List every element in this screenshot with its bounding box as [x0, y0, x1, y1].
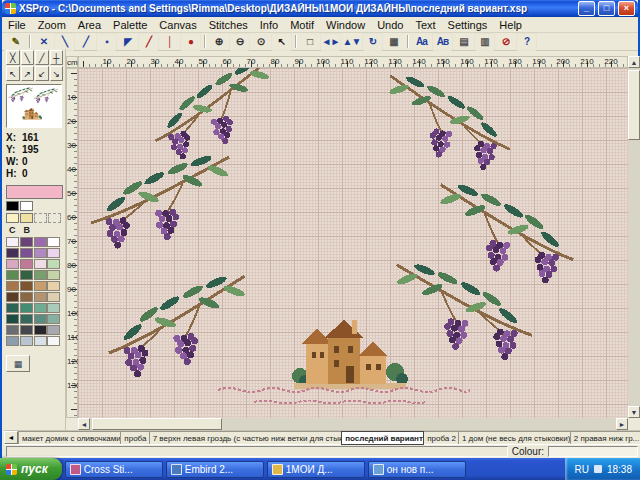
- palette-swatch[interactable]: [34, 325, 47, 335]
- export-motif-button[interactable]: ▥: [474, 33, 495, 51]
- menu-item[interactable]: Info: [254, 19, 284, 31]
- tabs-scroll-left-button[interactable]: ◄: [4, 431, 18, 444]
- task-cross-stitch[interactable]: Cross Sti...: [65, 461, 163, 478]
- menu-item[interactable]: Canvas: [153, 19, 202, 31]
- horizontal-scrollbar[interactable]: ◄ ►: [78, 418, 628, 430]
- palette-swatch[interactable]: [47, 292, 60, 302]
- font-tool[interactable]: Ав: [432, 33, 453, 51]
- pattern-tab[interactable]: последний вариант: [341, 431, 424, 445]
- pattern-tab[interactable]: 7 верхн левая гроздь (с частью ниж ветки…: [149, 431, 342, 445]
- three-quarter-stitch-tool[interactable]: ◤: [117, 33, 138, 51]
- rotate-tool[interactable]: ↻: [362, 33, 383, 51]
- delete-tool[interactable]: ⊘: [495, 33, 516, 51]
- scroll-up-button[interactable]: ▲: [628, 56, 640, 68]
- palette-swatch[interactable]: [6, 336, 19, 346]
- zoom-out-tool[interactable]: ⊖: [229, 33, 250, 51]
- dir-up-left[interactable]: ↖: [6, 66, 20, 81]
- palette-swatch[interactable]: [47, 237, 60, 247]
- palette-swatch[interactable]: [6, 314, 19, 324]
- palette-swatch[interactable]: [20, 325, 33, 335]
- quarter-stitch-tool[interactable]: ▪: [96, 33, 117, 51]
- palette-swatch[interactable]: [34, 292, 47, 302]
- zoom-in-tool[interactable]: ⊕: [208, 33, 229, 51]
- maximize-button[interactable]: □: [598, 1, 615, 16]
- palette-swatch[interactable]: [6, 325, 19, 335]
- half-stitch-forward-tool[interactable]: ╱: [75, 33, 96, 51]
- palette-swatch[interactable]: [47, 325, 60, 335]
- palette-swatch[interactable]: [34, 314, 47, 324]
- horizontal-scroll-thumb[interactable]: [92, 418, 222, 430]
- dir-down-right[interactable]: ↘: [50, 66, 64, 81]
- stitch-dir-forward[interactable]: ╱: [35, 50, 49, 65]
- palette-swatch[interactable]: [34, 248, 47, 258]
- palette-swatch[interactable]: [34, 237, 47, 247]
- palette-swatch[interactable]: [20, 270, 33, 280]
- palette-swatch[interactable]: [6, 270, 19, 280]
- palette-swatch[interactable]: [47, 303, 60, 313]
- palette-swatch[interactable]: [20, 248, 33, 258]
- dir-up-right[interactable]: ↗: [21, 66, 35, 81]
- palette-swatch[interactable]: [20, 237, 33, 247]
- palette-swatch[interactable]: [6, 303, 19, 313]
- palette-swatch[interactable]: [20, 259, 33, 269]
- backstitch-tool[interactable]: ╱: [138, 33, 159, 51]
- scroll-left-button[interactable]: ◄: [78, 418, 90, 430]
- colour-mode-label[interactable]: C: [9, 225, 16, 236]
- pattern-tab[interactable]: проба: [120, 431, 149, 445]
- palette-swatch[interactable]: [34, 259, 47, 269]
- palette-swatch[interactable]: [20, 281, 33, 291]
- palette-swatch[interactable]: [47, 270, 60, 280]
- palette-swatch[interactable]: [6, 201, 19, 211]
- palette-swatch[interactable]: [34, 336, 47, 346]
- pencil-tool[interactable]: ✎: [5, 33, 26, 51]
- palette-swatch[interactable]: [20, 303, 33, 313]
- vertical-scroll-thumb[interactable]: [628, 70, 640, 140]
- zoom-area-tool[interactable]: ⊙: [250, 33, 271, 51]
- menu-item[interactable]: Text: [409, 19, 441, 31]
- menu-item[interactable]: Help: [493, 19, 528, 31]
- flip-horizontal-tool[interactable]: ◄►: [320, 33, 341, 51]
- task-document[interactable]: он нов п...: [368, 461, 466, 478]
- pattern-tab[interactable]: макет домик с оливочками: [18, 431, 121, 445]
- palette-swatch[interactable]: [20, 201, 33, 211]
- dir-down-left[interactable]: ↙: [35, 66, 49, 81]
- palette-swatch[interactable]: [47, 281, 60, 291]
- menu-item[interactable]: Settings: [442, 19, 494, 31]
- minimize-button[interactable]: _: [578, 1, 595, 16]
- tray-volume-icon[interactable]: [594, 465, 602, 473]
- pointer-tool[interactable]: ↖: [271, 33, 292, 51]
- full-stitch-tool[interactable]: ✕: [33, 33, 54, 51]
- menu-item[interactable]: Area: [72, 19, 107, 31]
- palette-swatch[interactable]: [47, 314, 60, 324]
- flip-vertical-tool[interactable]: ▲▼: [341, 33, 362, 51]
- language-indicator[interactable]: RU: [575, 464, 589, 475]
- pattern-tab[interactable]: 2 правая ниж гр...: [570, 431, 640, 445]
- french-knot-tool[interactable]: ●: [180, 33, 201, 51]
- select-tool[interactable]: □: [299, 33, 320, 51]
- palette-swatch[interactable]: [20, 292, 33, 302]
- menu-item[interactable]: Undo: [371, 19, 409, 31]
- half-stitch-back-tool[interactable]: ╲: [54, 33, 75, 51]
- palette-swatch[interactable]: [6, 292, 19, 302]
- stitch-canvas[interactable]: [78, 68, 628, 418]
- empty-swatch[interactable]: [48, 213, 61, 223]
- palette-swatch[interactable]: [34, 281, 47, 291]
- stitch-dir-plus[interactable]: ┼: [50, 50, 64, 65]
- menu-item[interactable]: Stitches: [203, 19, 254, 31]
- palette-swatch[interactable]: [6, 237, 19, 247]
- menu-item[interactable]: Palette: [107, 19, 153, 31]
- import-motif-button[interactable]: ▤: [453, 33, 474, 51]
- palette-swatch[interactable]: [47, 336, 60, 346]
- palette-swatch[interactable]: [6, 259, 19, 269]
- close-button[interactable]: ×: [618, 1, 635, 16]
- straight-stitch-tool[interactable]: │: [159, 33, 180, 51]
- menu-item[interactable]: Zoom: [32, 19, 72, 31]
- scroll-down-button[interactable]: ▼: [628, 406, 640, 418]
- palette-swatch[interactable]: [20, 213, 33, 223]
- empty-swatch[interactable]: [34, 213, 47, 223]
- clock[interactable]: 18:38: [607, 464, 632, 475]
- stitch-dir-back[interactable]: ╲: [21, 50, 35, 65]
- blend-mode-label[interactable]: B: [24, 225, 31, 236]
- title-bar[interactable]: XSPro - C:\Documents and Settings\Rimma\…: [2, 0, 638, 17]
- palette-swatch[interactable]: [34, 303, 47, 313]
